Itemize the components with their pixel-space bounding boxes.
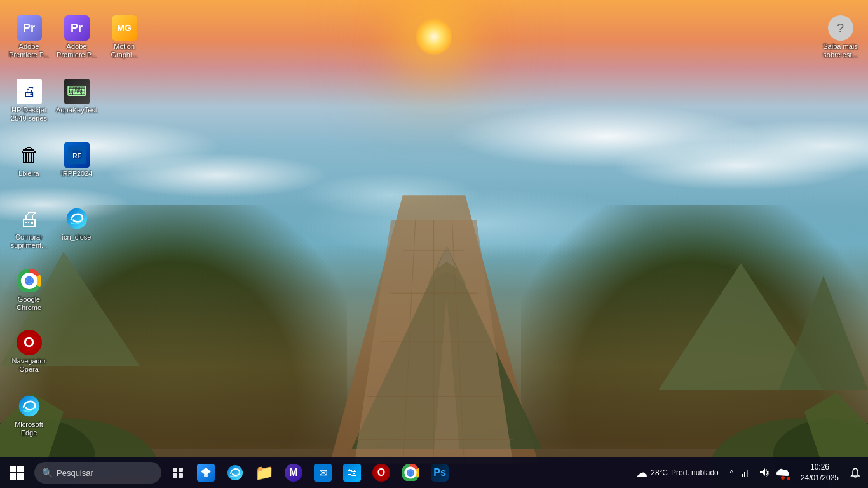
desktop-icons-container: Pr Adobe Premiere P... Pr AdobePremiere … bbox=[0, 6, 868, 463]
aqua-label: AquaKeyTest bbox=[56, 106, 97, 114]
desktop-icon-icnclose[interactable]: icn_close bbox=[53, 203, 100, 244]
adobe-pr2-label: AdobePremiere P... bbox=[57, 43, 97, 59]
task-view-icon bbox=[172, 467, 184, 478]
svg-rect-43 bbox=[747, 470, 748, 477]
desktop-icon-comprar[interactable]: 🖨 Comprarsupriment... bbox=[5, 203, 53, 252]
svg-point-24 bbox=[66, 208, 86, 229]
desktop-icon-msedge[interactable]: MicrosoftEdge bbox=[5, 391, 53, 440]
volume-icon[interactable] bbox=[755, 464, 773, 482]
desktop-icon-hp[interactable]: 🖨 HP Deskjet2540 series bbox=[5, 76, 53, 125]
lixeira-label: Lixeira bbox=[18, 170, 39, 178]
opera-icon: O bbox=[17, 330, 42, 355]
motion-icon: MG bbox=[112, 15, 137, 41]
volume-svg-icon bbox=[759, 468, 769, 478]
photoshop-icon: Ps bbox=[431, 464, 449, 482]
opera-tb-icon: O bbox=[372, 464, 390, 482]
motion-label: MotionGraphi... bbox=[111, 43, 137, 59]
opera-label: NavegadorOpera bbox=[12, 357, 46, 374]
clock-date: 24/01/2025 bbox=[801, 473, 839, 484]
lixeira-icon: 🗑 bbox=[17, 142, 42, 168]
notification-center-button[interactable] bbox=[845, 459, 865, 487]
desktop-icon-adobe-pr2[interactable]: Pr AdobePremiere P... bbox=[53, 13, 100, 62]
svg-marker-44 bbox=[760, 468, 765, 476]
edge-tb-icon bbox=[226, 464, 244, 482]
svg-rect-32 bbox=[173, 473, 177, 478]
taskbar-app-edge[interactable] bbox=[221, 459, 249, 487]
desktop-icon-saiba[interactable]: ? Saiba maissobre est... bbox=[817, 13, 864, 62]
taskbar-app-caps[interactable] bbox=[192, 459, 220, 487]
irpf-icon: RF bbox=[64, 142, 90, 168]
taskbar-app-explorer[interactable]: 📁 bbox=[250, 459, 278, 487]
svg-rect-42 bbox=[744, 472, 745, 477]
comprar-icon: 🖨 bbox=[17, 206, 42, 231]
svg-text:RF: RF bbox=[72, 152, 81, 159]
mail-icon: ✉ bbox=[314, 464, 332, 482]
adobe-pr1-label: Adobe Premiere P... bbox=[8, 43, 50, 59]
maxthon-icon: M bbox=[285, 464, 302, 482]
desktop-icon-lixeira[interactable]: 🗑 Lixeira bbox=[5, 140, 53, 180]
desktop-icon-aqua[interactable]: ⌨ AquaKeyTest bbox=[53, 76, 100, 117]
taskbar-pinned-apps: 📁 M ✉ 🛍 bbox=[192, 459, 454, 487]
chrome-icon bbox=[17, 268, 42, 294]
svg-rect-35 bbox=[204, 474, 208, 477]
saiba-label: Saiba maissobre est... bbox=[823, 43, 857, 59]
desktop-icon-irpf[interactable]: RF IRPF2024 bbox=[53, 140, 100, 180]
store-icon: 🛍 bbox=[343, 464, 361, 482]
search-placeholder-text: Pesquisar bbox=[57, 468, 93, 478]
notification-icon bbox=[850, 468, 860, 478]
svg-rect-41 bbox=[742, 474, 743, 477]
caps-icon bbox=[197, 464, 215, 482]
taskbar-app-chrome[interactable] bbox=[397, 459, 424, 487]
svg-point-36 bbox=[227, 465, 243, 480]
svg-point-28 bbox=[26, 278, 32, 284]
weather-desc: Pred. nublado bbox=[671, 468, 719, 477]
adobe-pr2-icon: Pr bbox=[64, 15, 90, 41]
desktop: Pr Adobe Premiere P... Pr AdobePremiere … bbox=[0, 0, 868, 488]
svg-rect-33 bbox=[179, 473, 183, 478]
windows-logo-icon bbox=[10, 466, 24, 480]
svg-rect-30 bbox=[173, 468, 177, 472]
taskbar-app-store[interactable]: 🛍 bbox=[338, 459, 366, 487]
saiba-icon: ? bbox=[828, 15, 853, 41]
explorer-icon: 📁 bbox=[255, 464, 273, 482]
adobe-pr1-icon: Pr bbox=[17, 15, 42, 41]
desktop-icon-adobe-pr1[interactable]: Pr Adobe Premiere P... bbox=[5, 13, 53, 62]
tray-expand-button[interactable]: ^ bbox=[729, 468, 735, 478]
task-view-button[interactable] bbox=[165, 459, 191, 487]
svg-point-40 bbox=[408, 470, 413, 475]
weather-temp: 28°C bbox=[651, 468, 668, 477]
hp-label: HP Deskjet2540 series bbox=[11, 106, 47, 123]
start-button[interactable] bbox=[3, 459, 31, 487]
aqua-icon: ⌨ bbox=[64, 79, 90, 104]
desktop-icon-chrome[interactable]: GoogleChrome bbox=[5, 266, 53, 315]
clock-widget[interactable]: 10:26 24/01/2025 bbox=[797, 462, 843, 484]
system-tray: ☁ 28°C Pred. nublado ^ bbox=[631, 459, 865, 487]
chrome-label: GoogleChrome bbox=[17, 295, 41, 312]
taskbar-app-photoshop[interactable]: Ps bbox=[426, 459, 454, 487]
weather-widget[interactable]: ☁ 28°C Pred. nublado bbox=[631, 466, 724, 480]
msedge-label: MicrosoftEdge bbox=[15, 421, 43, 437]
svg-rect-31 bbox=[179, 468, 183, 472]
search-icon: 🔍 bbox=[42, 468, 53, 478]
tray-icons-group: ^ bbox=[726, 464, 794, 482]
icnclose-icon bbox=[64, 206, 90, 231]
network-svg-icon bbox=[740, 468, 750, 478]
taskbar: 🔍 Pesquisar bbox=[0, 458, 868, 488]
weather-cloud-icon: ☁ bbox=[636, 466, 648, 480]
taskbar-app-mail[interactable]: ✉ bbox=[309, 459, 337, 487]
taskbar-app-opera[interactable]: O bbox=[367, 459, 395, 487]
icnclose-label: icn_close bbox=[62, 233, 92, 241]
taskbar-app-maxthon[interactable]: M bbox=[280, 459, 308, 487]
irpf-label: IRPF2024 bbox=[61, 170, 93, 178]
desktop-icon-opera[interactable]: O NavegadorOpera bbox=[5, 327, 53, 376]
hp-icon: 🖨 bbox=[17, 79, 42, 104]
clock-time: 10:26 bbox=[810, 462, 829, 473]
msedge-icon bbox=[17, 393, 42, 419]
onedrive-icon[interactable] bbox=[774, 464, 792, 482]
comprar-label: Comprarsupriment... bbox=[11, 233, 47, 250]
search-bar[interactable]: 🔍 Pesquisar bbox=[34, 462, 161, 484]
network-icon[interactable] bbox=[736, 464, 754, 482]
desktop-icon-motion[interactable]: MG MotionGraphi... bbox=[100, 13, 148, 62]
svg-point-29 bbox=[18, 396, 39, 416]
chrome-tb-icon bbox=[402, 464, 419, 482]
